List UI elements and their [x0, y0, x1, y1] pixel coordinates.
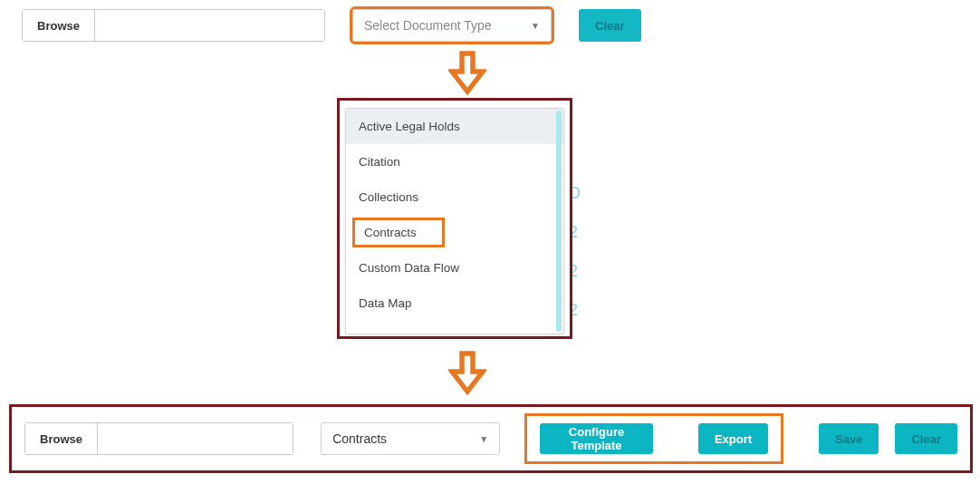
option-active-legal-holds[interactable]: Active Legal Holds — [346, 109, 563, 144]
dropdown-option-list: Active Legal Holds Citation Collections … — [346, 109, 563, 321]
configure-template-button[interactable]: Configure Template — [540, 423, 653, 454]
arrow-down-icon — [448, 50, 486, 95]
chevron-down-icon: ▼ — [479, 434, 488, 444]
dropdown-panel: Active Legal Holds Citation Collections … — [345, 108, 564, 334]
option-collections[interactable]: Collections — [346, 179, 563, 215]
step3-result-row: Browse Contracts ▼ Configure Template Ex… — [9, 404, 973, 473]
file-browse-group-2: Browse — [24, 422, 293, 455]
dropdown-selected-value: Contracts — [332, 431, 387, 446]
file-browse-group: Browse — [22, 9, 325, 42]
option-data-map[interactable]: Data Map — [346, 286, 563, 321]
revealed-actions-highlight: Configure Template Export — [527, 416, 781, 461]
step2-dropdown-expanded: D 2 2 2 Active Legal Holds Citation Coll… — [337, 98, 572, 339]
save-button[interactable]: Save — [819, 423, 879, 454]
browse-button[interactable]: Browse — [23, 10, 95, 41]
export-button[interactable]: Export — [698, 423, 768, 454]
option-citation[interactable]: Citation — [346, 144, 563, 179]
flow-arrow-2 — [448, 350, 486, 399]
document-type-dropdown[interactable]: Select Document Type ▼ — [352, 9, 552, 42]
clear-button-2[interactable]: Clear — [895, 423, 957, 454]
arrow-down-icon — [448, 350, 486, 395]
file-path-input-2[interactable] — [98, 423, 293, 454]
scrollbar[interactable] — [556, 111, 562, 332]
document-type-dropdown-2[interactable]: Contracts ▼ — [321, 422, 500, 455]
flow-arrow-1 — [448, 50, 486, 99]
option-custom-data-flow[interactable]: Custom Data Flow — [346, 250, 563, 286]
file-path-input[interactable] — [95, 10, 324, 41]
browse-button-2[interactable]: Browse — [25, 423, 98, 454]
chevron-down-icon: ▼ — [531, 21, 540, 31]
background-text: D 2 2 2 — [569, 184, 581, 320]
clear-button[interactable]: Clear — [579, 9, 641, 42]
option-contracts[interactable]: Contracts — [355, 220, 442, 245]
secondary-actions: Save Clear — [819, 423, 957, 454]
dropdown-placeholder: Select Document Type — [364, 18, 492, 33]
step1-row: Browse Select Document Type ▼ Clear — [22, 9, 958, 42]
